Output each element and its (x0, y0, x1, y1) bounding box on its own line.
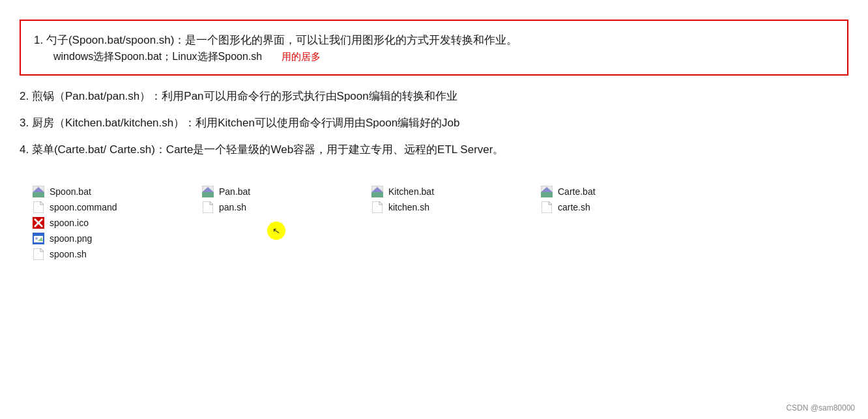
list-item: spoon.ico (33, 217, 202, 229)
item1-text: 勺子(Spoon.bat/spoon.sh)：是一个图形化的界面，可以让我们用图… (46, 34, 518, 46)
file-name: kitchen.sh (388, 202, 429, 212)
item2-number: 2. (20, 90, 29, 102)
file-name: Kitchen.bat (388, 186, 434, 197)
item4-number: 4. (20, 143, 29, 156)
pan-bat-icon (202, 186, 214, 197)
list-item: carte.sh (541, 201, 710, 213)
main-content: 1. 勺子(Spoon.bat/spoon.sh)：是一个图形化的界面，可以让我… (0, 0, 868, 273)
file-name: spoon.png (50, 233, 92, 244)
files-column-kitchen: Kitchen.bat kitchen.sh (371, 186, 541, 260)
file-name: Carte.bat (558, 186, 596, 197)
file-name: pan.sh (219, 202, 246, 212)
watermark: CSDN @sam80000 (786, 403, 855, 412)
list-item: Kitchen.bat (371, 186, 541, 197)
svg-point-8 (35, 237, 38, 240)
png-icon (33, 233, 44, 244)
list-item: pan.sh (202, 201, 371, 213)
sh-doc-icon (33, 248, 44, 260)
file-name: spoon.ico (50, 218, 89, 228)
item4-text: 菜单(Carte.bat/ Carte.sh)：Carte是一个轻量级的Web容… (32, 143, 504, 156)
file-name: Pan.bat (219, 186, 250, 197)
item1-number: 1. (34, 34, 43, 46)
kitchen-sh-icon (371, 201, 383, 213)
carte-sh-icon (541, 201, 553, 213)
item3-text: 厨房（Kitchen.bat/kitchen.sh）：利用Kitchen可以使用… (32, 117, 460, 129)
item2-text: 煎锅（Pan.bat/pan.sh）：利用Pan可以用命令行的形式执行由Spoo… (32, 90, 457, 102)
item1-title: 1. 勺子(Spoon.bat/spoon.sh)：是一个图形化的界面，可以让我… (34, 31, 834, 50)
highlighted-item1: 1. 勺子(Spoon.bat/spoon.sh)：是一个图形化的界面，可以让我… (20, 20, 848, 76)
files-section: Spoon.bat spoon.command (20, 186, 848, 260)
svg-rect-11 (202, 192, 214, 197)
file-name: Spoon.bat (50, 186, 91, 197)
svg-rect-1 (33, 192, 44, 197)
kitchen-bat-icon (371, 186, 383, 197)
list-item: Spoon.bat (33, 186, 202, 197)
carte-bat-icon (541, 186, 553, 197)
item4: 4. 菜单(Carte.bat/ Carte.sh)：Carte是一个轻量级的W… (20, 141, 848, 160)
item3: 3. 厨房（Kitchen.bat/kitchen.sh）：利用Kitchen可… (20, 114, 848, 133)
watermark-text: CSDN @sam80000 (786, 403, 855, 412)
list-item: spoon.png (33, 233, 202, 244)
file-name: carte.sh (558, 202, 590, 212)
list-item: Pan.bat (202, 186, 371, 197)
file-name: spoon.sh (50, 249, 87, 259)
item1-subline: windows选择Spoon.bat；Linux选择Spoon.sh 用的居多 (53, 50, 834, 64)
bat-spoon-icon (33, 186, 44, 197)
item2: 2. 煎锅（Pan.bat/pan.sh）：利用Pan可以用命令行的形式执行由S… (20, 87, 848, 106)
cursor-indicator: ↖ (267, 222, 285, 240)
item1-subtext: windows选择Spoon.bat；Linux选择Spoon.sh (53, 50, 262, 64)
svg-rect-17 (541, 192, 553, 197)
files-column-pan: Pan.bat pan.sh (202, 186, 371, 260)
pan-sh-icon (202, 201, 214, 213)
doc-icon (33, 201, 44, 213)
ico-icon (33, 217, 44, 229)
item1-rednote: 用的居多 (282, 51, 321, 63)
files-column-carte: Carte.bat carte.sh (541, 186, 710, 260)
list-item: spoon.command (33, 201, 202, 213)
item3-number: 3. (20, 117, 29, 129)
cursor-arrow-icon: ↖ (272, 225, 282, 237)
files-column-spoon: Spoon.bat spoon.command (33, 186, 202, 260)
list-item: spoon.sh (33, 248, 202, 260)
file-name: spoon.command (50, 202, 117, 212)
svg-rect-14 (371, 192, 383, 197)
list-item: kitchen.sh (371, 201, 541, 213)
list-item: Carte.bat (541, 186, 710, 197)
